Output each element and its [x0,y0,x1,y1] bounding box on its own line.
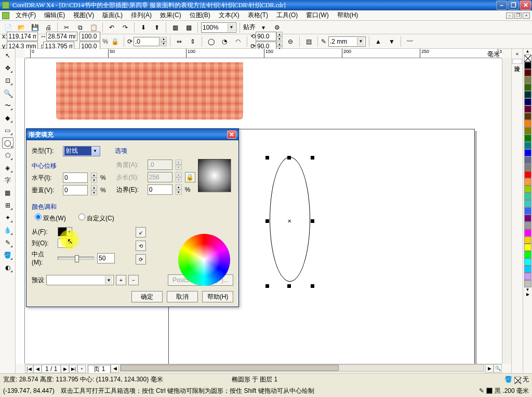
next-page-button[interactable]: ▶ [61,365,69,373]
palette-swatch[interactable] [524,193,531,200]
palette-swatch[interactable] [524,229,531,236]
menu-effects[interactable]: 效果(C) [158,10,183,20]
palette-swatch[interactable] [524,156,531,164]
dimension-tool[interactable]: ⊞ [2,200,14,211]
blend-ccw-button[interactable]: ⟲ [136,241,146,251]
palette-swatch[interactable] [524,258,531,266]
palette-swatch[interactable] [524,200,531,207]
hscroll-right[interactable]: ▶ [485,364,494,373]
maximize-button[interactable]: ❐ [508,1,519,10]
zoom-tool[interactable]: 🔍 [2,87,14,99]
palette-swatch[interactable] [524,113,531,120]
first-page-button[interactable]: |◀ [25,365,33,373]
palette-swatch[interactable] [524,76,531,84]
palette-swatch[interactable] [524,244,531,251]
palette-scroll-up[interactable]: ▲ [526,49,530,54]
palette-swatch[interactable] [524,236,531,244]
interactive-tool[interactable]: ✦ [2,212,14,223]
zoom-input[interactable] [203,24,228,31]
palette-swatch[interactable] [524,84,531,91]
app-launcher[interactable]: ▦ [169,22,181,33]
lock-ratio-button[interactable]: 🔒 [109,36,121,47]
mirror-h-button[interactable]: ⇔ [174,36,185,47]
palette-swatch[interactable] [524,164,531,171]
ellipse-tool[interactable]: ◯ [2,137,14,149]
cancel-button[interactable]: 取消 [167,291,198,302]
palette-swatch[interactable] [524,280,531,287]
docker-tab[interactable]: 泠斑 [512,59,522,64]
crop-tool[interactable]: ⊡ [2,75,14,86]
page-tab[interactable]: 页 1 [88,365,111,373]
chevron-down-icon[interactable]: ▼ [228,23,235,32]
outline-width-input[interactable] [330,38,357,45]
palette-swatch[interactable] [524,273,531,280]
ellipse-type-icon[interactable]: ◯ [205,36,217,47]
mdi-restore[interactable]: ❐ [514,12,522,19]
docker-expand-icon[interactable]: « [516,51,519,57]
menu-text[interactable]: 文本(X) [217,10,242,20]
no-fill-swatch[interactable] [524,55,531,62]
blend-direct-button[interactable]: ↙ [136,227,146,237]
steps-lock-button[interactable]: 🔒 [185,172,195,182]
x-input[interactable] [7,32,38,41]
palette-swatch[interactable] [524,91,531,98]
welcome-button[interactable]: ▩ [183,22,194,33]
interactive-fill-tool[interactable]: ◐ [2,262,14,273]
midpoint-slider[interactable] [58,257,94,260]
minimize-button[interactable]: – [496,1,507,10]
dialog-titlebar[interactable]: 渐变填充 ✕ [26,129,238,140]
chevron-down-icon[interactable]: ▼ [357,37,364,46]
selected-ellipse[interactable]: ✕ [267,157,313,287]
vert-input[interactable] [63,185,88,195]
menu-view[interactable]: 视图(V) [71,10,96,20]
polygon-tool[interactable]: ⬠ [2,150,14,161]
palette-swatch[interactable] [524,149,531,156]
palette-swatch[interactable] [524,62,531,69]
twocolor-radio[interactable]: 双色(W) [35,214,66,223]
palette-swatch[interactable] [524,207,531,215]
palette-swatch[interactable] [524,251,531,258]
import-button[interactable]: ⬇ [138,22,149,33]
to-front-button[interactable]: ▲ [373,36,384,47]
outline-color-swatch[interactable] [486,388,493,394]
mirror-v-button[interactable]: ⇕ [187,36,198,47]
add-page-button[interactable]: + [77,365,86,373]
hscroll-thumb[interactable] [121,365,338,371]
palette-swatch[interactable] [524,222,531,229]
palette-swatch[interactable] [524,105,531,113]
width-input[interactable] [46,32,77,41]
blend-cw-button[interactable]: ⟳ [136,254,146,264]
help-button[interactable]: 帮助(H) [202,291,233,302]
edgepad-spinner[interactable]: ▲▼ [176,184,182,195]
palette-swatch[interactable] [524,142,531,149]
palette-swatch[interactable] [524,178,531,186]
palette-swatch[interactable] [524,120,531,127]
zoom-combo[interactable]: ▼ [201,22,236,33]
custom-radio[interactable]: 自定义(C) [78,214,114,223]
ok-button[interactable]: 确定 [131,291,163,302]
palette-swatch[interactable] [524,69,531,76]
arc-type-icon[interactable]: ◠ [232,36,244,47]
hscroll-track[interactable] [120,364,484,372]
horiz-input[interactable] [63,173,88,183]
menu-file[interactable]: 文件(F) [14,10,38,20]
vert-spinner[interactable]: ▲▼ [91,185,97,195]
preset-remove-button[interactable]: − [128,275,139,285]
scale-x-input[interactable] [79,32,100,41]
last-page-button[interactable]: ▶| [69,365,77,373]
pie-type-icon[interactable]: ◔ [219,36,230,47]
basic-shapes-tool[interactable]: ◈ [2,162,14,174]
menu-edit[interactable]: 编辑(E) [42,10,67,20]
palette-swatch[interactable] [524,171,531,178]
menu-help[interactable]: 帮助(H) [335,10,361,20]
palette-swatch[interactable] [524,266,531,273]
fill-tool[interactable]: 🪣 [2,249,14,261]
dialog-close-button[interactable]: ✕ [227,130,236,139]
text-tool[interactable]: 字 [2,175,14,186]
menu-window[interactable]: 窗口(W) [304,10,330,20]
freehand-tool[interactable]: 〜 [2,100,14,111]
preset-combo[interactable]: ▼ [46,275,114,285]
type-combo[interactable]: 射线 ▼ [63,146,100,156]
color-wheel[interactable] [178,234,230,286]
palette-swatch[interactable] [524,215,531,222]
